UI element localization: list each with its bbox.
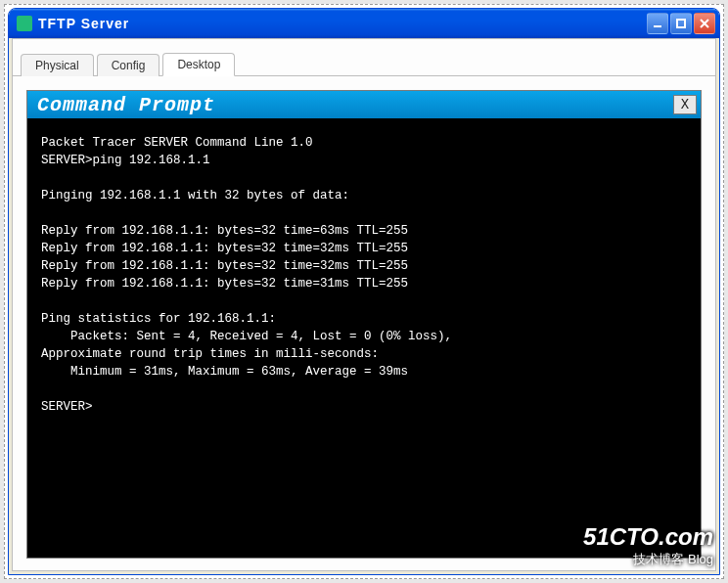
command-prompt-title: Command Prompt [37,94,673,116]
command-prompt-window: Command Prompt X Packet Tracer SERVER Co… [26,90,702,559]
maximize-button[interactable] [670,13,692,34]
tab-desktop[interactable]: Desktop [162,53,235,76]
minimize-icon [652,18,663,29]
tab-physical[interactable]: Physical [21,54,94,76]
close-icon [699,18,710,29]
minimize-button[interactable] [647,13,668,34]
window-title: TFTP Server [38,16,647,31]
maximize-icon [675,18,687,29]
command-prompt-titlebar[interactable]: Command Prompt X [27,91,701,118]
terminal-output[interactable]: Packet Tracer SERVER Command Line 1.0 SE… [27,118,701,558]
tab-content: Command Prompt X Packet Tracer SERVER Co… [13,76,715,570]
svg-rect-1 [677,20,685,27]
tab-config[interactable]: Config [97,54,160,76]
screenshot-frame: TFTP Server Physical Config Desktop [4,4,724,579]
svg-rect-0 [654,25,661,27]
command-prompt-close-button[interactable]: X [673,95,697,114]
client-area: Physical Config Desktop Command Prompt X… [12,38,716,571]
titlebar[interactable]: TFTP Server [9,9,719,38]
tab-bar: Physical Config Desktop [13,39,715,76]
app-window: TFTP Server Physical Config Desktop [8,8,720,575]
close-button[interactable] [694,13,715,34]
app-icon [17,16,32,31]
window-controls [647,13,715,34]
